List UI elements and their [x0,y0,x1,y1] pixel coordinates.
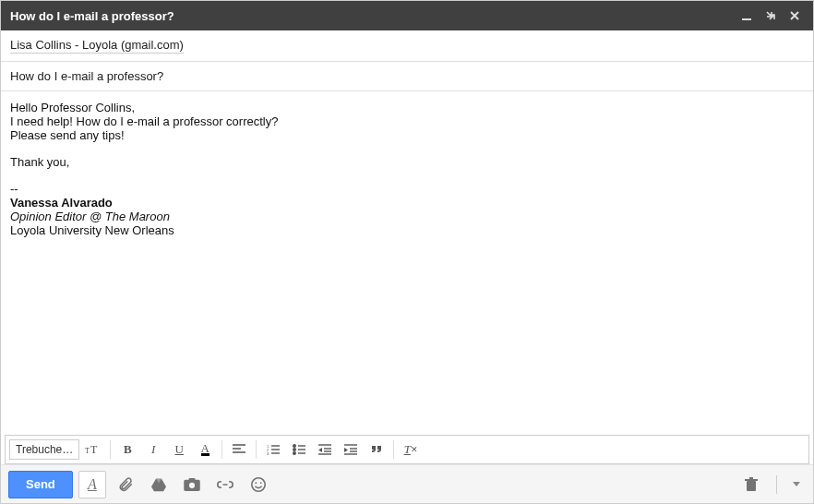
font-selector[interactable]: Trebuche… [9,439,79,460]
recipient-chip[interactable]: Lisa Collins - Loyola (gmail.com) [10,38,184,54]
svg-marker-22 [318,448,322,452]
italic-button[interactable]: I [141,438,165,461]
bullet-list-button[interactable] [287,438,311,461]
body-line: Hello Professor Collins, [10,101,804,114]
insert-emoji-icon[interactable] [245,471,272,498]
separator [110,440,111,459]
signature-org: Loyola University New Orleans [10,223,804,237]
separator [221,440,222,459]
window-title: How do I e-mail a professor? [10,9,732,23]
subject-field[interactable]: How do I e-mail a professor? [1,62,813,91]
attach-file-icon[interactable] [112,471,139,498]
titlebar: How do I e-mail a professor? [1,1,813,30]
svg-marker-27 [344,448,348,452]
chevron-down-icon [793,482,800,486]
send-button[interactable]: Send [8,471,73,498]
formatting-toolbar: Trebuche… TT B I U A 123 [5,435,809,464]
close-button[interactable] [785,6,804,25]
discard-draft-icon[interactable] [737,471,765,498]
minimize-button[interactable] [737,6,756,25]
separator [393,440,394,459]
to-field[interactable]: Lisa Collins - Loyola (gmail.com) [1,30,813,62]
svg-point-33 [252,477,265,490]
svg-rect-37 [745,479,758,481]
insert-photo-icon[interactable] [178,471,206,498]
font-label: Trebuche… [16,443,73,456]
svg-point-16 [293,452,296,455]
font-size-button[interactable]: TT [81,438,105,461]
svg-point-32 [189,482,195,487]
body-line: Thank you, [10,155,804,169]
svg-point-12 [293,445,296,448]
separator [256,440,257,459]
signature-role: Opinion Editor @ The Maroon [10,210,804,223]
indent-more-button[interactable] [339,438,363,461]
more-vertical-separator [771,471,782,498]
svg-point-14 [293,449,296,451]
compose-window: How do I e-mail a professor? Lisa Collin… [0,0,814,504]
svg-point-35 [260,482,262,484]
svg-rect-36 [747,481,756,491]
svg-text:T: T [90,443,98,456]
more-options-button[interactable] [787,471,806,498]
indent-less-button[interactable] [313,438,337,461]
popout-button[interactable] [761,6,780,25]
header-fields: Lisa Collins - Loyola (gmail.com) How do… [1,30,813,91]
toggle-formatting-icon[interactable]: A [78,471,106,498]
svg-text:T: T [85,447,90,455]
insert-drive-icon[interactable] [145,471,173,498]
signature-separator: -- [10,182,804,196]
svg-rect-31 [188,478,195,482]
svg-text:3: 3 [267,451,269,455]
align-button[interactable] [227,438,251,461]
signature-name: Vanessa Alvarado [10,196,804,210]
message-body[interactable]: Hello Professor Collins, I need help! Ho… [1,91,813,435]
bottom-toolbar: Send A [1,464,813,503]
bold-button[interactable]: B [115,438,139,461]
body-line: Please send any tips! [10,128,804,142]
svg-rect-38 [749,477,753,479]
underline-button[interactable]: U [167,438,191,461]
body-line: I need help! How do I e-mail a professor… [10,114,804,128]
svg-rect-0 [742,18,751,20]
quote-button[interactable] [365,438,389,461]
insert-link-icon[interactable] [211,471,239,498]
numbered-list-button[interactable]: 123 [261,438,285,461]
text-color-button[interactable]: A [193,438,217,461]
remove-formatting-button[interactable]: T✕ [399,438,423,461]
svg-point-34 [255,482,257,484]
